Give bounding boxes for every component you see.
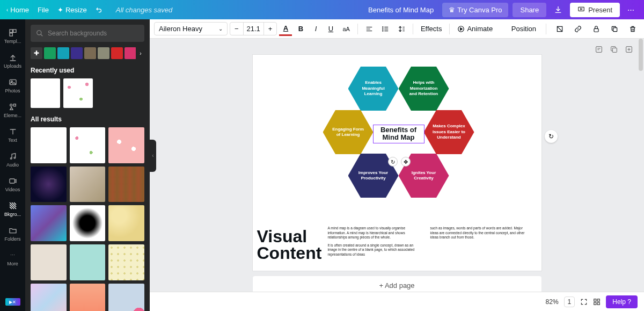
magic-icon: ✦ [57,6,63,14]
share-label: Share [520,6,539,14]
crown-icon: ♛ [449,6,455,14]
try-pro-button[interactable]: ♛ Try Canva Pro [442,3,508,17]
chevron-left-icon: ‹ [6,7,8,13]
file-label: File [38,6,49,14]
resize-label: Resize [65,6,87,14]
file-menu[interactable]: File [38,6,49,14]
download-button[interactable] [551,2,566,17]
undo-icon [96,6,103,13]
present-button[interactable]: Present [570,3,620,17]
download-icon [554,5,562,14]
undo-button[interactable] [96,6,103,13]
home-label: Home [10,6,29,14]
share-button[interactable]: Share [513,3,546,17]
try-pro-label: Try Canva Pro [457,6,502,14]
home-button[interactable]: ‹ Home [6,6,29,14]
save-status: All changes saved [116,6,173,14]
document-title[interactable]: Benefits of Mind Map [368,6,434,14]
more-icon: ⋯ [627,6,634,14]
resize-menu[interactable]: ✦ Resize [57,6,87,14]
more-menu[interactable]: ⋯ [624,3,638,17]
present-label: Present [588,6,612,14]
present-icon [577,6,585,13]
